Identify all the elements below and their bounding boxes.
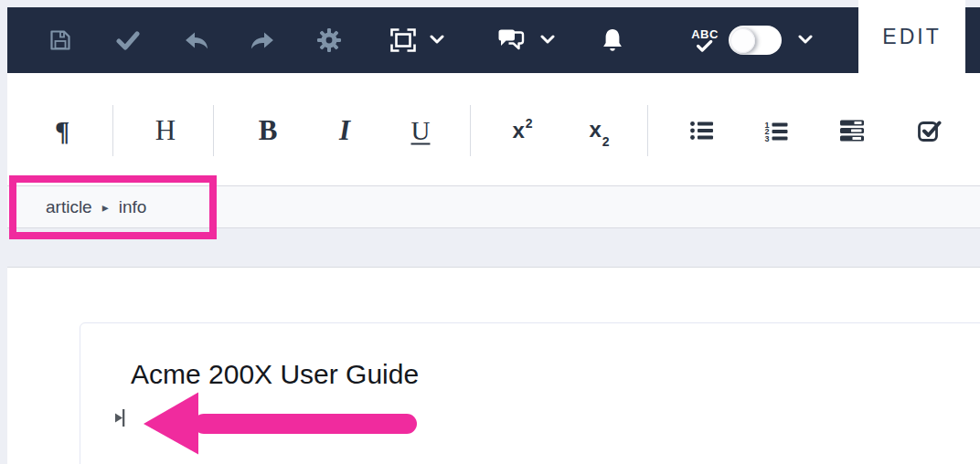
checkbox-icon [918,119,943,142]
frame-corners-icon [389,27,418,54]
layout-mode-button[interactable] [389,27,418,54]
subscript-button[interactable]: x2 [589,117,608,145]
bell-icon [602,27,624,53]
breadcrumb-segment-article[interactable]: article [46,197,92,217]
toggle-knob [730,28,755,53]
layout-dropdown-chevron[interactable] [430,32,445,48]
check-icon [696,40,713,52]
bold-button[interactable]: B [259,114,278,147]
toolbar-divider [470,105,471,156]
bullet-list-icon [690,121,715,142]
text-cursor-icon [114,408,126,431]
abc-label: ABC [691,28,719,40]
spellcheck-button[interactable]: ABC [691,28,719,52]
breadcrumb-segment-info[interactable]: info [119,197,147,217]
paligo-editor-window: ABC EDIT ¶ H B [0,0,980,464]
spellcheck-dropdown-chevron[interactable] [798,32,814,48]
underline-icon: U [411,116,431,146]
edit-tab-label: EDIT [882,25,941,49]
notifications-button[interactable] [602,27,624,53]
chevron-down-icon [430,35,445,45]
superscript-icon: x2 [512,118,531,143]
main-toolbar: ABC [7,7,980,73]
breadcrumb-separator-icon: ▸ [102,200,109,215]
toolbar-divider [112,105,113,156]
abc-check-icon: ABC [691,28,719,52]
undo-arrow-icon [185,30,209,51]
tab-edit[interactable]: EDIT [858,0,965,73]
document-title[interactable]: Acme 200X User Guide [131,359,419,390]
approve-button[interactable] [116,30,140,50]
subscript-icon: x2 [589,117,608,145]
pilcrow-icon: ¶ [55,115,69,146]
paragraph-button[interactable]: ¶ [55,115,69,146]
redo-arrow-icon [250,30,275,51]
numbered-list-button[interactable]: 1 2 3 [764,120,789,142]
toolbar-divider [213,105,214,156]
spellcheck-toggle[interactable] [729,26,782,55]
heading-button[interactable]: H [155,114,176,147]
floppy-icon [48,28,73,53]
numbered-list-icon: 1 2 3 [764,120,789,142]
speech-bubbles-icon [496,27,527,53]
superscript-button[interactable]: x2 [512,118,531,143]
comments-button[interactable] [496,27,527,53]
block-list-icon [840,120,865,142]
bullet-list-button[interactable] [690,121,715,142]
svg-text:3: 3 [765,134,770,142]
underline-button[interactable]: U [411,116,431,146]
bold-icon: B [259,114,278,147]
italic-button[interactable]: I [339,114,350,147]
toolbar-divider [647,105,648,156]
heading-icon: H [155,114,176,147]
italic-icon: I [339,114,350,147]
redo-button[interactable] [250,30,275,51]
element-breadcrumb-bar: article ▸ info [7,185,980,228]
save-button[interactable] [48,28,73,53]
comments-dropdown-chevron[interactable] [540,32,556,48]
undo-button[interactable] [185,30,209,51]
format-toolbar: ¶ H B I U x2 x2 [7,73,980,185]
checkbox-list-button[interactable] [918,119,943,142]
check-icon [116,30,140,50]
chevron-down-icon [540,35,556,45]
settings-button[interactable] [317,28,342,53]
editor-panel: Acme 200X User Guide [7,267,980,464]
block-list-button[interactable] [840,120,865,142]
gear-icon [317,28,342,53]
document-card[interactable]: Acme 200X User Guide [80,322,980,464]
chevron-down-icon [798,35,814,45]
